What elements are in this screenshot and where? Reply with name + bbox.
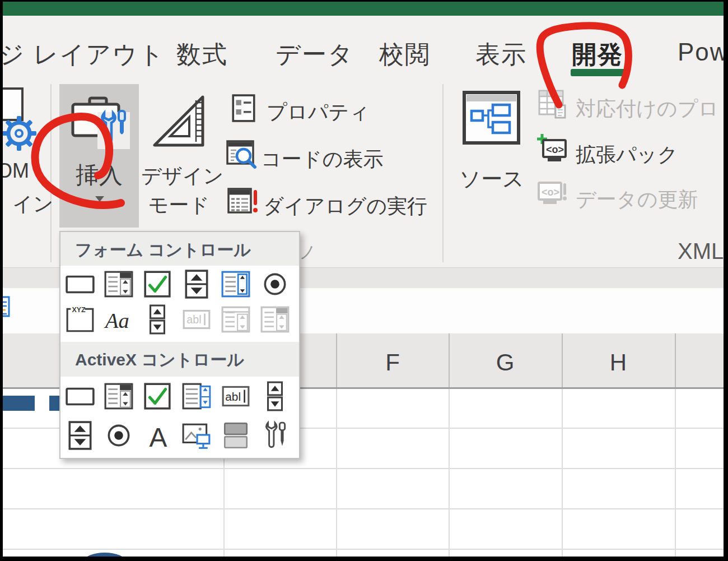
- ax-more-controls-icon[interactable]: [260, 420, 290, 451]
- ax-checkbox-icon[interactable]: [142, 381, 172, 411]
- com-addins-label-line2: イン: [12, 191, 54, 218]
- row-gridline: [0, 549, 728, 550]
- screenshot-border: [724, 0, 728, 561]
- row-gridline: [0, 468, 728, 469]
- ax-text-box-icon[interactable]: abl: [221, 381, 251, 411]
- design-mode-button[interactable]: デザイン モード: [141, 84, 217, 228]
- ribbon-group-separator: [50, 84, 52, 262]
- screenshot-border: [0, 0, 728, 2]
- form-combo-list-disabled-icon[interactable]: [221, 304, 251, 335]
- svg-text:abl: abl: [225, 390, 241, 403]
- svg-text:Aa: Aa: [104, 309, 129, 332]
- expansion-pack-icon: <o>: [535, 132, 569, 166]
- form-label-icon[interactable]: Aa: [104, 304, 134, 335]
- ribbon-group-separator-2: [442, 84, 444, 262]
- ax-image-icon[interactable]: [181, 420, 212, 451]
- form-text-field-disabled-icon[interactable]: abl: [181, 304, 212, 335]
- ribbon-tab-6[interactable]: 開発: [572, 38, 623, 71]
- form-button-icon[interactable]: [65, 269, 95, 299]
- screenshot-border: [0, 557, 728, 561]
- form-combo-box-icon[interactable]: [104, 269, 134, 299]
- ax-toggle-button-icon[interactable]: [221, 420, 251, 451]
- ax-combo-box-icon[interactable]: [104, 381, 134, 411]
- ribbon-tab-1[interactable]: ジ レイアウト: [0, 38, 165, 71]
- design-mode-label-line2: モード: [141, 192, 217, 219]
- toolbox-icon: [67, 93, 131, 156]
- activex-controls-section-title: ActiveX コントロール: [75, 349, 244, 372]
- svg-text:A: A: [149, 423, 167, 451]
- refresh-data-label: データの更新: [576, 186, 698, 214]
- titlebar: [0, 0, 728, 16]
- expansion-packs-label: 拡張パック: [576, 141, 678, 169]
- xml-group-label: XML: [678, 239, 724, 264]
- form-scroll-bar-icon[interactable]: [142, 304, 172, 335]
- chart-bar-fragment: [0, 396, 35, 411]
- insert-controls-dropdown: フォーム コントロール ActiveX コントロール XYZAaablablA: [59, 231, 300, 459]
- xml-source-icon: [461, 90, 522, 150]
- design-mode-label-line1: デザイン: [141, 163, 217, 190]
- column-gridline: [336, 389, 337, 557]
- set-square-icon: [146, 89, 212, 154]
- properties-label: プロパティ: [267, 99, 370, 126]
- ribbon-tab-7[interactable]: Powe: [678, 38, 728, 66]
- com-addins-gear-icon: [1, 115, 37, 151]
- dropdown-arrow-icon: [95, 196, 104, 202]
- com-addins-label-line1: OM: [0, 159, 29, 183]
- column-gridline: [675, 389, 676, 557]
- ax-list-box-icon[interactable]: [181, 381, 212, 411]
- form-combo-dropdown-disabled-icon[interactable]: [260, 304, 290, 335]
- run-dialog-label: ダイアログの実行: [263, 193, 427, 220]
- column-header-F[interactable]: F: [336, 343, 449, 382]
- row-gridline: [0, 508, 728, 509]
- source-button[interactable]: ソース: [458, 85, 525, 214]
- run-dialog-icon: [227, 187, 260, 216]
- ax-option-button-icon[interactable]: [104, 420, 134, 451]
- ribbon-tab-2[interactable]: 数式: [176, 38, 228, 71]
- ribbon-tab-4[interactable]: 校閲: [379, 38, 431, 71]
- ax-scroll-bar-icon[interactable]: [260, 381, 290, 411]
- ribbon-tab-3[interactable]: データ: [276, 38, 354, 71]
- svg-text:<o>: <o>: [546, 144, 564, 155]
- refresh-data-icon: <o>: [535, 176, 569, 210]
- form-list-box-icon[interactable]: [221, 269, 251, 299]
- form-group-box-icon[interactable]: XYZ: [65, 304, 95, 335]
- hidden-group-label-fragment: ノ: [299, 241, 316, 264]
- svg-text:abl: abl: [186, 313, 201, 326]
- ax-spin-button-icon[interactable]: [65, 420, 95, 451]
- properties-icon: [230, 94, 258, 122]
- form-controls-section-title: フォーム コントロール: [75, 239, 251, 262]
- ribbon-tab-5[interactable]: 表示: [475, 38, 527, 71]
- form-option-button-icon[interactable]: [260, 269, 290, 299]
- excel-window: ジ レイアウト数式データ校閲表示開発Powe OM イン 挿入 デザイン モード…: [0, 0, 728, 561]
- column-header-separator: [675, 333, 676, 387]
- form-spin-button-icon[interactable]: [181, 269, 212, 299]
- column-header-H[interactable]: H: [562, 343, 675, 382]
- active-tab-underline: [571, 69, 628, 76]
- ax-label-icon[interactable]: A: [142, 420, 172, 451]
- insert-button-label: 挿入: [59, 159, 139, 191]
- source-label: ソース: [458, 165, 525, 193]
- column-header-G[interactable]: G: [449, 343, 562, 382]
- ax-command-button-icon[interactable]: [65, 381, 95, 411]
- map-properties-icon: [538, 89, 569, 120]
- svg-text:<o>: <o>: [542, 187, 559, 198]
- map-properties-label: 対応付けのプロ: [576, 95, 718, 123]
- view-code-label: コードの表示: [261, 146, 384, 173]
- form-checkbox-icon[interactable]: [142, 269, 172, 299]
- screenshot-border: [0, 0, 3, 561]
- svg-text:XYZ: XYZ: [72, 306, 86, 314]
- insert-button[interactable]: 挿入: [59, 84, 139, 228]
- view-code-icon: [226, 138, 259, 170]
- column-gridline: [449, 389, 450, 557]
- column-gridline: [562, 389, 563, 557]
